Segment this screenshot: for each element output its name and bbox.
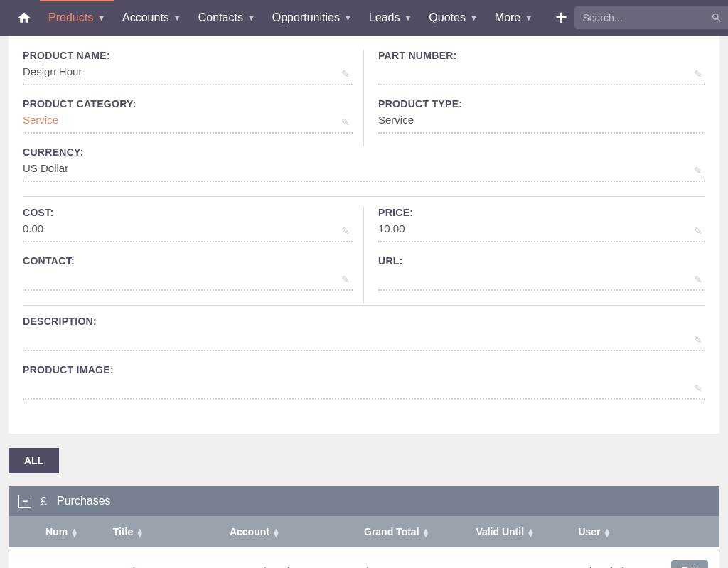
- field-part-number: PART NUMBER: ✎: [378, 50, 705, 85]
- nav-products[interactable]: Products ▼: [40, 0, 114, 35]
- nav-label: Leads: [369, 11, 400, 24]
- collapse-button[interactable]: −: [18, 495, 31, 508]
- field-value: [23, 380, 705, 400]
- nav-label: Products: [48, 11, 93, 24]
- pencil-icon[interactable]: ✎: [694, 274, 702, 285]
- panel-title: Purchases: [57, 495, 111, 508]
- field-price: PRICE: 10.00 ✎: [378, 207, 705, 242]
- field-label: URL:: [378, 255, 705, 267]
- pound-icon: [38, 495, 50, 507]
- table-row: 3 Design Quote B.H. Edwards Inc $10.00 2…: [9, 547, 719, 568]
- nav-leads[interactable]: Leads ▼: [360, 0, 420, 36]
- field-value: [378, 65, 705, 85]
- field-label: CURRENCY:: [23, 146, 705, 158]
- add-icon[interactable]: +: [548, 6, 574, 29]
- field-product-type: PRODUCT TYPE: Service: [378, 98, 705, 134]
- chevron-down-icon: ▼: [247, 14, 255, 22]
- field-value: [378, 271, 705, 291]
- tab-label: ALL: [24, 455, 43, 466]
- nav-opportunities[interactable]: Opportunities ▼: [264, 0, 360, 36]
- nav-label: More: [495, 11, 520, 24]
- field-label: PRODUCT NAME:: [23, 50, 353, 61]
- nav-contacts[interactable]: Contacts ▼: [190, 0, 264, 36]
- cell-account: B.H. Edwards Inc: [221, 547, 355, 568]
- field-product-image: PRODUCT IMAGE: ✎: [23, 364, 705, 400]
- search-box: [574, 6, 729, 29]
- field-value: Design Hour: [23, 65, 353, 85]
- cell-valid-until: 2024-07-27: [467, 547, 569, 568]
- pencil-icon[interactable]: ✎: [341, 117, 350, 128]
- field-label: PRODUCT IMAGE:: [23, 364, 705, 375]
- field-url: URL: ✎: [378, 255, 705, 291]
- field-label: PART NUMBER:: [378, 50, 705, 61]
- tab-all[interactable]: ALL: [9, 448, 59, 473]
- cell-user: suiteadmin: [569, 547, 663, 568]
- field-contact: CONTACT: ✎: [23, 255, 353, 291]
- cell-num: 3: [37, 547, 105, 568]
- home-icon[interactable]: [9, 11, 40, 25]
- field-label: CONTACT:: [23, 255, 353, 267]
- pencil-icon[interactable]: ✎: [341, 68, 350, 80]
- cell-grand-total: $10.00: [355, 547, 467, 568]
- search-input[interactable]: [574, 6, 729, 29]
- field-value: 10.00: [378, 223, 705, 242]
- pencil-icon[interactable]: ✎: [694, 165, 702, 176]
- chevron-down-icon: ▼: [344, 14, 352, 22]
- field-product-name: PRODUCT NAME: Design Hour ✎: [23, 50, 353, 85]
- field-value: Service: [378, 114, 705, 134]
- chevron-down-icon: ▼: [470, 14, 478, 22]
- purchases-table: Num▲▼ Title▲▼ Account▲▼ Grand Total▲▼ Va…: [9, 516, 719, 568]
- sort-icon: ▲▼: [272, 528, 280, 537]
- field-value: 0.00: [23, 223, 353, 242]
- field-value: US Dollar: [23, 162, 705, 182]
- nav-label: Contacts: [198, 11, 243, 24]
- pencil-icon[interactable]: ✎: [341, 274, 350, 285]
- sort-icon: ▲▼: [422, 528, 430, 537]
- field-currency: CURRENCY: US Dollar ✎: [23, 146, 705, 182]
- cell-title[interactable]: Design Quote: [105, 547, 221, 568]
- field-description: DESCRIPTION: ✎: [23, 316, 705, 351]
- navbar: Products ▼ Accounts ▼ Contacts ▼ Opportu…: [0, 0, 728, 36]
- pencil-icon[interactable]: ✎: [694, 334, 702, 345]
- purchases-panel: − Purchases Num▲▼ Title▲▼ Account▲▼ Gran…: [9, 486, 719, 568]
- chevron-down-icon: ▼: [173, 14, 181, 22]
- chevron-down-icon: ▼: [97, 14, 105, 22]
- field-label: PRICE:: [378, 207, 705, 218]
- column-title[interactable]: Title▲▼: [105, 516, 221, 547]
- field-product-category: PRODUCT CATEGORY: Service ✎: [23, 98, 353, 134]
- field-value: [23, 331, 705, 351]
- nav-more[interactable]: More ▼: [486, 0, 541, 36]
- sort-icon: ▲▼: [604, 528, 611, 537]
- pencil-icon[interactable]: ✎: [694, 225, 702, 237]
- nav-tabs: Products ▼ Accounts ▼ Contacts ▼ Opportu…: [40, 0, 541, 36]
- field-value[interactable]: Service: [23, 114, 353, 134]
- column-grand-total[interactable]: Grand Total▲▼: [355, 516, 467, 547]
- pencil-icon[interactable]: ✎: [694, 382, 702, 394]
- panel-header: − Purchases: [9, 486, 719, 516]
- nav-label: Opportunities: [272, 11, 340, 24]
- field-label: PRODUCT CATEGORY:: [23, 98, 353, 109]
- edit-button[interactable]: Edit: [671, 560, 708, 568]
- column-account[interactable]: Account▲▼: [221, 516, 355, 547]
- chevron-down-icon: ▼: [404, 14, 412, 22]
- nav-quotes[interactable]: Quotes ▼: [420, 0, 486, 36]
- nav-accounts[interactable]: Accounts ▼: [114, 0, 190, 36]
- chevron-down-icon: ▼: [525, 14, 532, 22]
- field-value: [23, 271, 353, 291]
- nav-label: Quotes: [429, 11, 466, 24]
- relation-tabs: ALL: [9, 448, 719, 473]
- field-cost: COST: 0.00 ✎: [23, 207, 353, 242]
- sort-icon: ▲▼: [527, 528, 535, 537]
- field-label: COST:: [23, 207, 353, 218]
- sort-icon: ▲▼: [70, 528, 78, 537]
- column-user[interactable]: User▲▼: [569, 516, 663, 547]
- nav-label: Accounts: [122, 11, 169, 24]
- sort-icon: ▲▼: [136, 528, 144, 537]
- pencil-icon[interactable]: ✎: [341, 225, 350, 237]
- detail-panel: PRODUCT NAME: Design Hour ✎ PART NUMBER:…: [9, 36, 719, 434]
- field-label: PRODUCT TYPE:: [378, 98, 705, 109]
- column-valid-until[interactable]: Valid Until▲▼: [467, 516, 569, 547]
- field-label: DESCRIPTION:: [23, 316, 705, 327]
- pencil-icon[interactable]: ✎: [694, 68, 702, 80]
- column-num[interactable]: Num▲▼: [37, 516, 105, 547]
